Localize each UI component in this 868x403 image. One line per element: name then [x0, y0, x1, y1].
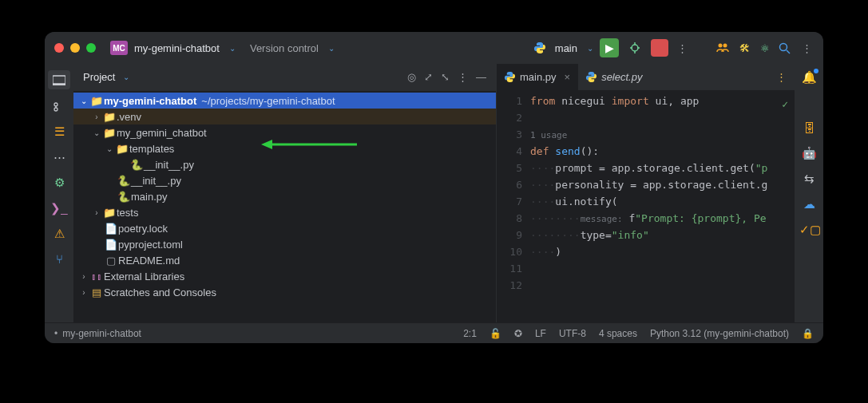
svg-rect-9 [53, 76, 65, 84]
structure-tool-button[interactable]: ☰ [50, 124, 69, 139]
status-bar: • my-gemini-chatbot 2:1 🔓 ✪ LF UTF-8 4 s… [45, 322, 823, 343]
terminal-button[interactable]: ❯_ [50, 201, 69, 215]
minimize-window-button[interactable] [70, 43, 80, 53]
expand-icon[interactable]: ⤢ [424, 71, 433, 83]
source[interactable]: from nicegui import ui, app 1 usage def … [530, 91, 795, 322]
copilot-icon[interactable]: ✪ [514, 328, 522, 339]
lock-icon[interactable]: 🔒 [802, 328, 814, 339]
breadcrumb-dot: • [54, 328, 57, 339]
python-console-button[interactable]: ⚙ [50, 176, 69, 190]
more-icon[interactable]: ⋮ [675, 42, 689, 54]
svg-point-0 [632, 45, 638, 51]
tree-item-main[interactable]: 🐍main.py [73, 188, 496, 204]
tree-item-init-inner[interactable]: 🐍__init__.py [73, 156, 496, 172]
endpoints-button[interactable]: ⇆ [799, 172, 818, 186]
breadcrumb[interactable]: my-gemini-chatbot [62, 328, 141, 339]
tree-item-readme[interactable]: ▢README.md [73, 252, 496, 268]
code-editor[interactable]: 123456789101112 from nicegui import ui, … [497, 91, 795, 322]
tree-item-venv[interactable]: ›📁.venv [73, 109, 496, 124]
tree-item-poetry[interactable]: 📄poetry.lock [73, 220, 496, 236]
tools-icon[interactable]: 🛠 [737, 42, 751, 54]
tree-item-external-libs[interactable]: ›⫾⫾External Libraries [73, 268, 496, 284]
collapse-icon[interactable]: ⤡ [441, 71, 450, 83]
debug-button[interactable] [625, 38, 644, 57]
chevron-down-icon[interactable]: ⌄ [328, 44, 335, 53]
more-tool-button[interactable]: ⋯ [50, 150, 69, 164]
code-with-me-icon[interactable] [716, 41, 731, 54]
project-tool-button[interactable] [48, 70, 70, 89]
window-controls [54, 43, 96, 53]
svg-line-8 [787, 50, 790, 53]
cloud-button[interactable]: ☁ [799, 197, 818, 211]
tree-item-scratches[interactable]: ›▤Scratches and Consoles [73, 284, 496, 300]
ide-window: MC my-gemini-chatbot⌄ Version control⌄ m… [45, 32, 823, 343]
run-config-name[interactable]: main [555, 42, 577, 54]
notifications-button[interactable]: 🔔 [799, 70, 818, 85]
python-icon [534, 42, 545, 53]
settings-icon[interactable]: ⋮ [799, 42, 814, 54]
commit-tool-button[interactable] [50, 101, 69, 113]
readonly-icon[interactable]: 🔓 [489, 328, 501, 339]
svg-point-6 [723, 44, 727, 48]
root-path: ~/projects/my-gemini-chatbot [201, 95, 335, 107]
project-panel-header: Project ⌄ ◎ ⤢ ⤡ ⋮ — [73, 64, 496, 91]
cursor-position[interactable]: 2:1 [463, 328, 477, 339]
tree-item-tests[interactable]: ›📁tests [73, 204, 496, 220]
options-icon[interactable]: ⋮ [458, 71, 468, 83]
titlebar: MC my-gemini-chatbot⌄ Version control⌄ m… [45, 32, 823, 64]
root-name: my-gemini-chatbot [104, 95, 196, 107]
svg-point-11 [54, 103, 57, 106]
project-name[interactable]: my-gemini-chatbot [134, 42, 220, 54]
tab-select-py[interactable]: select.py [578, 64, 650, 90]
svg-point-7 [780, 43, 787, 50]
version-control-menu[interactable]: Version control [250, 42, 319, 54]
search-icon[interactable] [779, 42, 793, 54]
database-button[interactable]: 🗄 [799, 121, 818, 135]
run-button[interactable]: ▶ [600, 38, 619, 57]
svg-point-12 [54, 108, 57, 111]
problems-button[interactable]: ⚠ [50, 227, 69, 241]
maximize-window-button[interactable] [86, 43, 96, 53]
tree-root[interactable]: ⌄📁 my-gemini-chatbot ~/projects/my-gemin… [73, 93, 496, 109]
tab-main-py[interactable]: main.py × [497, 64, 578, 90]
stop-button[interactable] [651, 39, 668, 57]
atom-icon[interactable]: ⚛ [758, 42, 772, 54]
gutter: 123456789101112 [497, 91, 530, 322]
editor-area: main.py × select.py ⋮ 123456789101112 fr… [497, 64, 795, 322]
editor-tabs: main.py × select.py ⋮ [497, 64, 795, 91]
tab-options-icon[interactable]: ⋮ [776, 71, 787, 83]
svg-point-5 [719, 44, 723, 48]
tree-item-package[interactable]: ⌄📁my_gemini_chatbot [73, 124, 496, 140]
hide-icon[interactable]: — [476, 71, 486, 83]
close-window-button[interactable] [54, 43, 64, 53]
coverage-button[interactable]: ✓▢ [799, 223, 818, 237]
usage-hint[interactable]: 1 usage [530, 127, 567, 144]
tree-item-init[interactable]: 🐍__init__.py [73, 172, 496, 188]
tree-item-templates[interactable]: ⌄📁templates [73, 140, 496, 156]
chevron-down-icon[interactable]: ⌄ [587, 44, 593, 53]
indent-setting[interactable]: 4 spaces [599, 328, 637, 339]
project-panel: Project ⌄ ◎ ⤢ ⤡ ⋮ — ⌄📁 my-gemini-chatbot… [73, 64, 497, 322]
interpreter[interactable]: Python 3.12 (my-gemini-chatbot) [650, 328, 789, 339]
inspection-ok-icon[interactable]: ✓ [782, 96, 788, 113]
left-toolbar: ☰ ⋯ ⚙ ❯_ ⚠ ⑂ [45, 64, 73, 322]
project-panel-title[interactable]: Project [83, 71, 115, 83]
chevron-down-icon[interactable]: ⌄ [229, 44, 236, 53]
close-tab-icon[interactable]: × [565, 71, 571, 83]
target-icon[interactable]: ◎ [407, 71, 416, 83]
chevron-down-icon[interactable]: ⌄ [123, 73, 129, 81]
right-toolbar: 🔔 🗄 🤖 ⇆ ☁ ✓▢ [795, 64, 823, 322]
project-tree[interactable]: ⌄📁 my-gemini-chatbot ~/projects/my-gemin… [73, 91, 496, 322]
tree-item-pyproject[interactable]: 📄pyproject.toml [73, 236, 496, 252]
git-button[interactable]: ⑂ [50, 252, 69, 266]
encoding[interactable]: UTF-8 [559, 328, 586, 339]
line-separator[interactable]: LF [535, 328, 546, 339]
ai-assistant-button[interactable]: 🤖 [799, 146, 818, 160]
project-badge: MC [110, 41, 128, 55]
svg-rect-10 [53, 84, 65, 85]
